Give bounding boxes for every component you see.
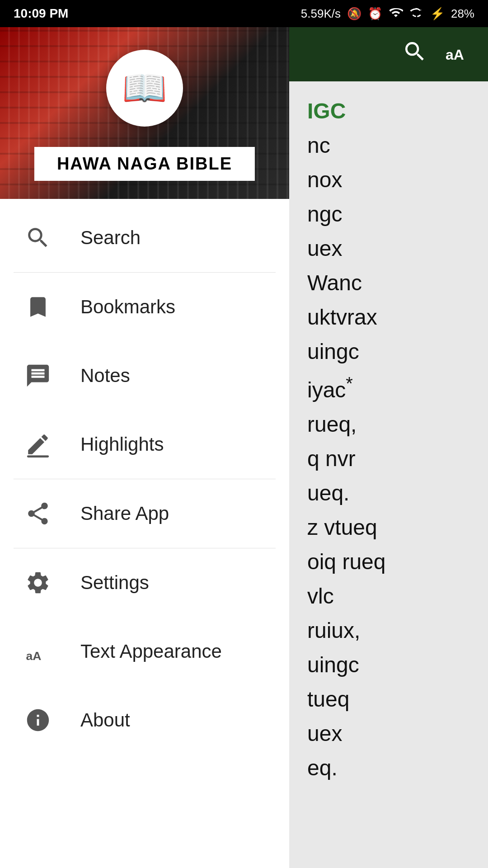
menu-item-share[interactable]: Share App	[0, 479, 289, 548]
search-menu-icon	[23, 222, 53, 253]
menu-item-text-appearance[interactable]: aA Text Appearance	[0, 617, 289, 686]
settings-menu-icon	[23, 567, 53, 598]
svg-text:aA: aA	[26, 649, 41, 663]
signal-icon	[409, 5, 424, 23]
text-appearance-menu-icon: aA	[23, 636, 53, 667]
alarm-icon: ⏰	[368, 7, 382, 21]
share-menu-icon	[23, 498, 53, 529]
highlights-label: Highlights	[80, 434, 164, 455]
status-bar: 10:09 PM 5.59K/s 🔕 ⏰ ⚡ 28%	[0, 0, 488, 27]
menu-item-settings[interactable]: Settings	[0, 548, 289, 617]
bookmarks-label: Bookmarks	[80, 296, 175, 318]
network-speed: 5.59K/s	[301, 7, 341, 21]
about-menu-icon	[23, 705, 53, 736]
notes-label: Notes	[80, 365, 130, 387]
share-label: Share App	[80, 503, 169, 524]
about-label: About	[80, 709, 130, 731]
menu-item-notes[interactable]: Notes	[0, 341, 289, 410]
text-appearance-icon[interactable]: aA	[446, 39, 474, 70]
search-label: Search	[80, 227, 141, 249]
drawer-header-background: 📖 HAWA NAGA BIBLE	[0, 27, 289, 199]
app-name-box: HAWA NAGA BIBLE	[34, 147, 255, 181]
wifi-icon	[389, 5, 403, 23]
chapter-heading: IGC	[307, 95, 470, 127]
highlights-menu-icon	[23, 429, 53, 460]
menu-item-about[interactable]: About	[0, 686, 289, 755]
battery-percent: 28%	[451, 7, 474, 21]
drawer-header: 📖 HAWA NAGA BIBLE	[0, 27, 289, 199]
svg-rect-1	[27, 455, 49, 458]
mute-icon: 🔕	[347, 7, 361, 21]
navigation-drawer: 📖 HAWA NAGA BIBLE Search Bookmarks	[0, 27, 289, 868]
menu-item-highlights[interactable]: Highlights	[0, 410, 289, 479]
notes-menu-icon	[23, 360, 53, 391]
status-time: 10:09 PM	[14, 6, 68, 21]
search-icon[interactable]	[402, 39, 427, 70]
svg-text:aA: aA	[446, 47, 464, 63]
app-logo-circle: 📖	[106, 50, 183, 127]
app-logo-icon: 📖	[122, 67, 167, 109]
drawer-menu: Search Bookmarks Notes Highlights	[0, 199, 289, 868]
status-right: 5.59K/s 🔕 ⏰ ⚡ 28%	[301, 5, 474, 23]
menu-item-bookmarks[interactable]: Bookmarks	[0, 273, 289, 341]
bookmark-menu-icon	[23, 292, 53, 322]
settings-label: Settings	[80, 572, 149, 594]
right-text-content: IGC nc nox ngc uex Wanc uktvrax uingc iy…	[289, 81, 488, 868]
menu-item-search[interactable]: Search	[0, 203, 289, 272]
battery-icon: ⚡	[430, 7, 445, 21]
app-bar: aA	[289, 27, 488, 81]
text-appearance-label: Text Appearance	[80, 641, 222, 662]
app-name-label: HAWA NAGA BIBLE	[57, 154, 232, 173]
